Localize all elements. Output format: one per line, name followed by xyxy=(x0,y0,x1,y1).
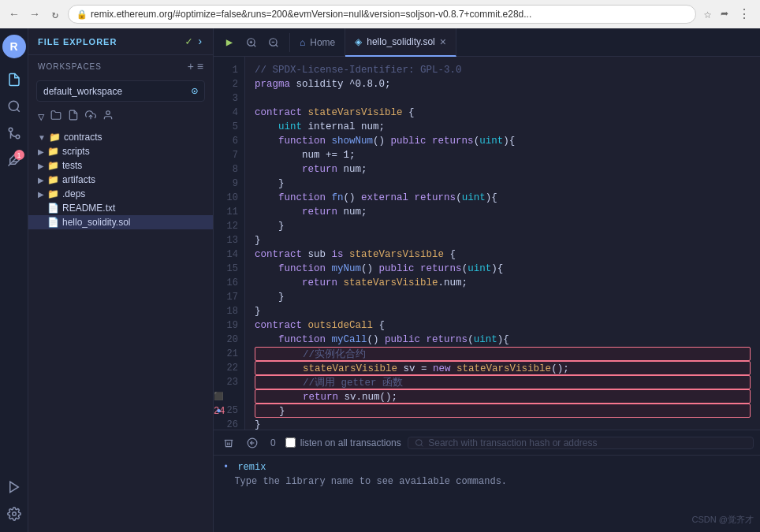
line-number-19: 19 xyxy=(227,318,238,333)
code-line-13: } xyxy=(255,233,751,247)
svg-line-20 xyxy=(421,445,423,446)
tree-item-scripts[interactable]: ▶ 📁 scripts xyxy=(28,144,213,158)
fe-tb-connect-btn[interactable] xyxy=(101,108,115,125)
fe-tb-new-file-btn[interactable] xyxy=(66,108,80,125)
code-line-7: num += 1; xyxy=(255,148,751,162)
code-line-3 xyxy=(255,91,751,106)
tree-item-artifacts[interactable]: ▶ 📁 artifacts xyxy=(28,173,213,187)
console-bullet: • xyxy=(223,462,229,473)
svg-line-1 xyxy=(17,109,19,111)
tab-sol-label: hello_solidity.sol xyxy=(367,36,435,47)
line-number-20: 20 xyxy=(227,333,238,347)
lock-icon: 🔒 xyxy=(76,9,88,20)
tab-hello-solidity[interactable]: ◈ hello_solidity.sol × xyxy=(345,28,456,57)
fold-icon-artifacts: ▶ xyxy=(38,176,44,184)
fold-icon-tests: ▶ xyxy=(38,162,44,170)
code-line-12: } xyxy=(255,219,751,233)
fe-arrow-btn[interactable]: › xyxy=(197,35,203,48)
tree-item-hello-solidity[interactable]: ▶ 📄 hello_solidity.sol xyxy=(28,215,213,229)
folder-icon-tests: 📁 xyxy=(47,160,59,171)
line-number-24: ⬛ 24 xyxy=(214,389,238,404)
sidebar-item-settings[interactable] xyxy=(2,502,26,526)
tree-item-contracts-label: contracts xyxy=(64,132,102,143)
sidebar-item-files[interactable] xyxy=(2,68,26,91)
transaction-search-bar[interactable] xyxy=(408,437,754,449)
listen-transactions-checkbox[interactable]: listen on all transactions xyxy=(285,437,401,448)
code-line-20: function myCall() public returns(uint){ xyxy=(255,333,751,347)
more-icon[interactable]: ⋮ xyxy=(735,5,754,24)
forward-button[interactable]: → xyxy=(27,6,43,22)
code-line-8: return num; xyxy=(255,162,751,177)
svg-point-9 xyxy=(106,111,110,115)
line-number-12: 12 xyxy=(227,219,238,233)
code-line-11: return num; xyxy=(255,205,751,219)
line-number-21: 21 xyxy=(227,347,238,361)
tree-item-tests[interactable]: ▶ 📁 tests xyxy=(28,158,213,173)
share-icon[interactable]: ➦ xyxy=(717,5,732,24)
code-line-14: contract sub is stateVarsVisible { xyxy=(255,247,751,262)
tree-item-contracts[interactable]: ▼ 📁 contracts xyxy=(28,130,213,144)
fe-add-workspace-btn[interactable]: + xyxy=(188,60,194,73)
line-number-6: 6 xyxy=(233,134,238,148)
tab-home-label: Home xyxy=(310,37,335,48)
line-number-18: 18 xyxy=(227,304,238,318)
back-button[interactable]: ← xyxy=(6,6,22,22)
refresh-button[interactable]: ↻ xyxy=(47,6,63,22)
line-number-1: 1 xyxy=(233,63,238,77)
file-icon-sol: 📄 xyxy=(47,217,59,228)
code-line-19: contract outsideCall { xyxy=(255,318,751,333)
bookmark-icon[interactable]: ☆ xyxy=(701,5,715,24)
code-line-2: pragma solidity ^0.8.0; xyxy=(255,77,751,91)
transaction-count: 0 xyxy=(267,437,279,448)
code-line-18: } xyxy=(255,304,751,318)
plugins-badge: 1 xyxy=(14,150,24,160)
zoom-in-button[interactable] xyxy=(242,33,261,52)
line-number-7: 7 xyxy=(233,148,238,162)
fe-workspace-menu-btn[interactable]: ≡ xyxy=(197,60,203,73)
sol-tab-icon: ◈ xyxy=(355,36,362,47)
code-line-5: uint internal num; xyxy=(255,120,751,134)
file-explorer-header: FILE EXPLORER ✓ › xyxy=(28,28,213,55)
browser-actions: ☆ ➦ ⋮ xyxy=(701,5,754,24)
fold-icon-deps: ▶ xyxy=(38,190,44,199)
fe-check-btn[interactable]: ✓ xyxy=(185,35,192,48)
fe-tree: ▼ 📁 contracts ▶ 📁 scripts ▶ 📁 tests ▶ 📁 … xyxy=(28,128,213,532)
listen-checkbox-input[interactable] xyxy=(285,437,296,448)
app-container: R 1 xyxy=(0,28,760,532)
sidebar-item-deploy[interactable] xyxy=(2,475,26,499)
remix-logo: R xyxy=(2,35,26,58)
fe-workspace-select[interactable]: default_workspace ⊙ xyxy=(36,80,205,102)
sidebar-item-git[interactable] xyxy=(2,121,26,145)
svg-point-3 xyxy=(9,128,13,132)
line-numbers: 1234567891011121314151617181920212223⬛ 2… xyxy=(214,57,245,430)
code-line-23: //调用 getter 函数 xyxy=(255,375,751,389)
clear-console-btn[interactable] xyxy=(220,436,237,450)
tab-home[interactable]: ⌂ Home xyxy=(290,28,345,57)
console-output: • remix Type the library name to see ava… xyxy=(214,456,760,532)
watermark: CSDN @觉齐才 xyxy=(692,514,754,526)
tree-item-deps[interactable]: ▶ 📁 .deps xyxy=(28,187,213,201)
folder-icon-deps: 📁 xyxy=(47,188,59,199)
console-line-info: Type the library name to see available c… xyxy=(223,474,751,489)
run-button[interactable]: ▶ xyxy=(220,33,239,52)
stop-console-btn[interactable] xyxy=(244,436,261,450)
code-content[interactable]: // SPDX-License-Identifier: GPL-3.0pragm… xyxy=(245,57,760,430)
svg-line-11 xyxy=(254,44,256,47)
fe-tb-new-folder-btn[interactable] xyxy=(49,108,63,125)
fe-tb-upload-btn[interactable] xyxy=(84,108,98,125)
tree-item-readme[interactable]: ▶ 📄 README.txt xyxy=(28,201,213,215)
tab-close-btn[interactable]: × xyxy=(440,35,446,48)
url-bar[interactable]: 🔒 remix.ethereum.org/#optimize=false&run… xyxy=(68,5,696,24)
console-info-text: Type the library name to see available c… xyxy=(223,476,507,487)
sidebar-item-plugins[interactable]: 1 xyxy=(2,148,26,172)
tabs-container: ⌂ Home ◈ hello_solidity.sol × xyxy=(290,28,760,57)
code-line-21: //实例化合约 xyxy=(255,347,751,361)
line-number-3: 3 xyxy=(233,91,238,106)
transaction-search-input[interactable] xyxy=(428,437,747,448)
zoom-out-button[interactable] xyxy=(264,33,283,52)
fe-workspaces-bar: WORKSPACES + ≡ xyxy=(28,55,213,77)
fe-tb-collapse-btn[interactable]: ▽ xyxy=(36,109,46,125)
tree-item-tests-label: tests xyxy=(62,160,82,171)
line-number-8: 8 xyxy=(233,162,238,177)
sidebar-item-search[interactable] xyxy=(2,95,26,118)
